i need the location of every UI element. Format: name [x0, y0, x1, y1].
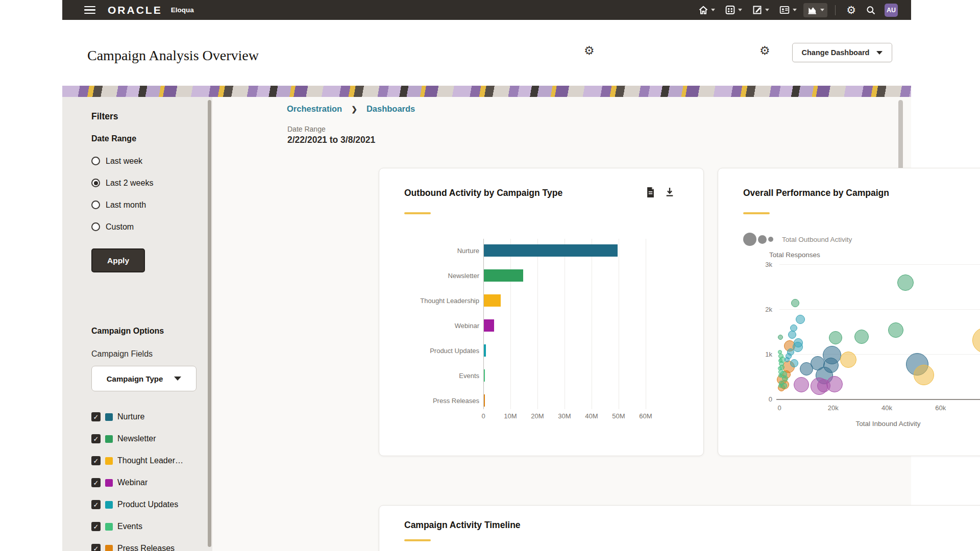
bar-category-label: Nurture: [387, 247, 479, 255]
bubble-newsletter: [888, 322, 903, 338]
radio-option-last-month[interactable]: Last month: [91, 198, 153, 211]
bubble-thought-leadership: [840, 352, 856, 368]
divider: [835, 5, 836, 15]
campaign-type-checkbox-newsletter[interactable]: ✓Newsletter: [91, 433, 185, 445]
campaign-type-checkbox-webinar[interactable]: ✓Webinar: [91, 477, 185, 489]
bar-category-label: Events: [387, 372, 479, 380]
radio-option-last-2-weeks[interactable]: Last 2 weeks: [91, 177, 153, 189]
bubble-product-updates: [796, 315, 805, 324]
bubble-product-updates: [788, 331, 796, 339]
apply-button[interactable]: Apply: [91, 248, 145, 272]
x-tick-label: 40M: [585, 412, 598, 420]
checkbox-icon: ✓: [91, 544, 101, 551]
bar-product-updates: [484, 344, 486, 357]
oracle-logo: ORACLE: [108, 4, 162, 16]
bubble-product-updates: [794, 338, 803, 347]
x-axis-title: Total Inbound Activity: [856, 420, 921, 428]
bubble-thought-leadership: [972, 328, 980, 353]
search-button[interactable]: [863, 3, 879, 17]
menu-icon[interactable]: [84, 4, 95, 16]
bubble-chart: 01k2k3k020k40k60k80k: [718, 168, 980, 456]
x-tick-label: 60k: [935, 404, 946, 412]
bubble-webinar: [817, 379, 830, 392]
color-swatch: [105, 435, 113, 443]
x-tick-label: 0: [777, 404, 781, 412]
y-tick-label: 3k: [755, 261, 772, 268]
bubble-newsletter: [791, 299, 799, 307]
checkbox-icon: ✓: [91, 500, 101, 509]
audience-menu[interactable]: [776, 3, 800, 17]
radio-label: Last 2 weeks: [106, 179, 153, 188]
radio-label: Last month: [106, 201, 146, 210]
title-underline: [404, 539, 431, 541]
bar-nurture: [484, 244, 618, 257]
checkbox-icon: ✓: [91, 434, 101, 443]
filters-title: Filters: [91, 111, 118, 122]
checkbox-icon: ✓: [91, 522, 101, 531]
main-content: Orchestration ❯ Dashboards Date Range 2/…: [212, 97, 911, 551]
campaign-type-dropdown[interactable]: Campaign Type: [91, 366, 197, 391]
change-dashboard-button[interactable]: Change Dashboard: [792, 43, 892, 62]
radio-option-custom[interactable]: Custom: [91, 220, 153, 233]
campaign-type-checkbox-press-releases[interactable]: ✓Press Releases: [91, 542, 185, 551]
avatar[interactable]: AU: [885, 4, 898, 17]
bubble-thought-leadership: [914, 365, 934, 385]
campaign-type-checkbox-events[interactable]: ✓Events: [91, 520, 185, 533]
breadcrumb-dashboards[interactable]: Dashboards: [366, 104, 415, 114]
product-name: Eloqua: [171, 6, 194, 14]
color-swatch: [105, 457, 113, 465]
gear-icon[interactable]: ⚙: [760, 44, 770, 58]
bar-press-releases: [484, 394, 485, 407]
outbound-activity-card: Outbound Activity by Campaign Type 010M2…: [379, 168, 704, 456]
card-title: Campaign Activity Timeline: [404, 520, 521, 531]
x-tick-label: 40k: [881, 404, 892, 412]
compose-icon: [752, 5, 763, 15]
radio-label: Last week: [106, 157, 142, 166]
apps-icon: [725, 5, 736, 15]
bar-chart: 010M20M30M40M50M60MNurtureNewsletterThou…: [379, 168, 703, 456]
bar-events: [484, 369, 485, 382]
topbar-icons: ⚙ AU: [695, 0, 898, 20]
campaign-type-checkbox-product-updates[interactable]: ✓Product Updates: [91, 498, 185, 511]
checkbox-label: Events: [117, 522, 142, 531]
breadcrumb: Orchestration ❯ Dashboards: [287, 104, 415, 114]
campaign-fields-label: Campaign Fields: [91, 349, 153, 359]
chevron-down-icon: [793, 9, 797, 11]
bar-thought-leadership: [484, 294, 501, 307]
breadcrumb-orchestration[interactable]: Orchestration: [287, 104, 342, 114]
bar-category-label: Newsletter: [387, 272, 479, 280]
bubble-webinar: [794, 377, 809, 392]
sidebar-scrollbar[interactable]: [208, 100, 211, 547]
y-tick-label: 0: [755, 395, 772, 403]
campaign-type-checkbox-thought-leadership[interactable]: ✓Thought Leadership: [91, 455, 185, 467]
campaigns-menu[interactable]: [722, 3, 745, 17]
radio-icon: [91, 179, 100, 187]
bubble-newsletter: [829, 331, 842, 344]
page: ORACLE Eloqua: [0, 0, 980, 551]
color-swatch: [105, 501, 113, 509]
gear-icon[interactable]: ⚙: [584, 44, 595, 58]
analytics-menu[interactable]: [803, 3, 827, 17]
filters-sidebar: Filters Date Range Last weekLast 2 weeks…: [62, 97, 212, 551]
bubble-newsletter: [854, 330, 869, 344]
assets-menu[interactable]: [749, 3, 772, 17]
date-range-label: Date Range: [287, 125, 326, 133]
gear-icon[interactable]: ⚙: [843, 5, 859, 15]
x-tick-label: 20k: [828, 404, 839, 412]
checkbox-label: Thought Leadership: [117, 456, 185, 465]
bar-category-label: Press Releases: [387, 397, 479, 405]
campaign-options-heading: Campaign Options: [91, 327, 164, 336]
chevron-down-icon: [820, 9, 824, 11]
bar-category-label: Thought Leadership: [387, 297, 479, 305]
home-menu[interactable]: [695, 3, 718, 17]
x-tick-label: 20M: [531, 412, 544, 420]
campaign-type-checkbox-nurture[interactable]: ✓Nurture: [91, 411, 185, 423]
decorative-banner: [62, 86, 911, 97]
top-navigation-bar: ORACLE Eloqua: [62, 0, 911, 20]
x-tick-label: 50M: [612, 412, 625, 420]
gridline: [592, 239, 592, 409]
checkbox-icon: ✓: [91, 478, 101, 487]
gridline: [779, 354, 980, 355]
x-tick-label: 10M: [504, 412, 517, 420]
radio-option-last-week[interactable]: Last week: [91, 155, 153, 167]
